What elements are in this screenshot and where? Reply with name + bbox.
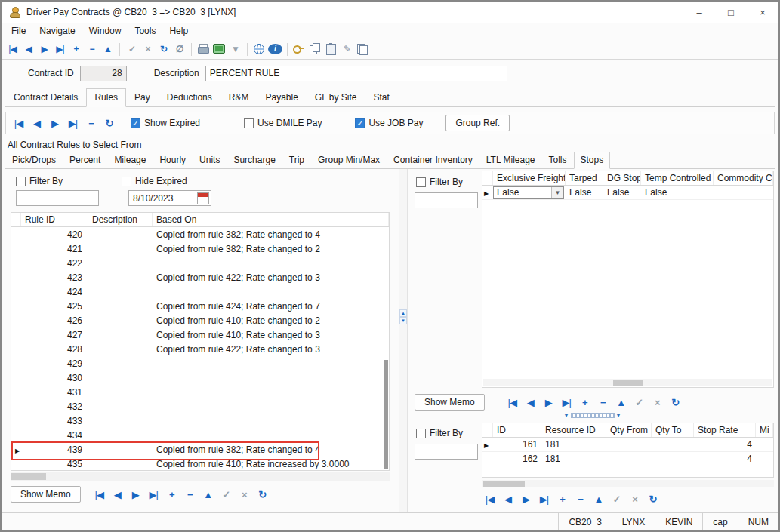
- tab-r-m[interactable]: R&M: [220, 88, 257, 106]
- use-dmile-pay-checkbox[interactable]: Use DMILE Pay: [244, 118, 322, 128]
- rule-tab-container-inventory[interactable]: Container Inventory: [387, 152, 479, 168]
- rule-tab-percent[interactable]: Percent: [63, 152, 107, 168]
- rule-tab-ltl-mileage[interactable]: LTL Mileage: [479, 152, 542, 168]
- nav-add-icon[interactable]: +: [164, 487, 180, 502]
- rule-row[interactable]: ▶439Copied from rule 382; Rate changed t…: [11, 442, 389, 457]
- horizontal-splitter[interactable]: ▼ ▼: [410, 411, 775, 420]
- nav-ok-icon[interactable]: ✓: [631, 395, 647, 410]
- nav-remove-icon[interactable]: −: [85, 42, 99, 57]
- nav-prev-icon[interactable]: ◀: [523, 395, 538, 410]
- close-button-icon[interactable]: ×: [747, 2, 778, 23]
- rule-tab-group-min-max[interactable]: Group Min/Max: [311, 152, 387, 168]
- nav-ok-icon[interactable]: ✓: [218, 487, 234, 502]
- stop-attribute-row[interactable]: ▶False▼FalseFalseFalse: [482, 186, 773, 200]
- nav-up-icon[interactable]: ▲: [590, 491, 606, 506]
- nav-refresh-icon[interactable]: ↻: [667, 395, 683, 410]
- nav-cancel-icon[interactable]: ×: [236, 487, 252, 502]
- rule-tab-trip[interactable]: Trip: [282, 152, 311, 168]
- rule-row[interactable]: 426Copied from rule 410; Rate changed to…: [11, 313, 389, 328]
- column-header-qty-from[interactable]: Qty From: [606, 423, 652, 437]
- column-header-mi[interactable]: Mi: [756, 423, 773, 437]
- nav-prev-icon[interactable]: ◀: [500, 491, 516, 506]
- nav-next-icon[interactable]: ▶: [518, 491, 534, 506]
- column-header-tarped[interactable]: Tarped: [566, 171, 603, 185]
- column-header-qty-to[interactable]: Qty To: [652, 423, 694, 437]
- nav-add-icon[interactable]: +: [69, 42, 83, 57]
- hscroll-thumb[interactable]: [613, 380, 643, 386]
- column-header-dg-stop[interactable]: DG Stop: [603, 171, 641, 185]
- monitor-icon[interactable]: [212, 42, 227, 57]
- splitter-down-icon[interactable]: ▼: [399, 317, 407, 324]
- rule-tab-pick-drops[interactable]: Pick/Drops: [5, 152, 63, 168]
- nav-ok-icon[interactable]: ✓: [609, 491, 624, 506]
- left-filter-by-checkbox[interactable]: Filter By: [16, 176, 63, 186]
- rule-row[interactable]: 423Copied from rule 422; Rate changed to…: [11, 270, 389, 284]
- column-header-resource-id[interactable]: Resource ID: [541, 423, 606, 437]
- vertical-splitter[interactable]: ▲ ▼: [399, 169, 408, 512]
- column-header-id[interactable]: ID: [493, 423, 541, 437]
- tab-stat[interactable]: Stat: [365, 88, 397, 106]
- calendar-icon[interactable]: [197, 192, 209, 204]
- nav-cancel-icon[interactable]: ×: [140, 42, 155, 57]
- menu-file[interactable]: File: [5, 24, 32, 38]
- nav-next-icon[interactable]: ▶: [541, 395, 556, 410]
- menu-help[interactable]: Help: [162, 24, 195, 38]
- nav-first-icon[interactable]: |◀: [5, 42, 20, 57]
- pages-icon[interactable]: [356, 42, 370, 57]
- nav-first-icon[interactable]: |◀: [482, 491, 498, 506]
- right-bottom-filter-input[interactable]: [415, 444, 478, 460]
- nav-remove-icon[interactable]: −: [572, 491, 588, 506]
- nav-refresh-icon[interactable]: ↻: [645, 491, 661, 506]
- column-header-exclusive-freight[interactable]: Exclusive Freight: [493, 171, 566, 185]
- nav-refresh-icon[interactable]: ↻: [156, 42, 171, 57]
- tab-pay[interactable]: Pay: [126, 88, 159, 106]
- column-header-stop-rate[interactable]: Stop Rate: [694, 423, 756, 437]
- chevron-down-icon[interactable]: ▼: [551, 187, 563, 198]
- description-field[interactable]: PERCENT RULE: [205, 66, 507, 81]
- nav-last-icon[interactable]: ▶|: [65, 115, 81, 131]
- column-header-temp-controlled[interactable]: Temp Controlled: [641, 171, 714, 185]
- rule-row[interactable]: 425Copied from rule 424; Rate changed to…: [11, 299, 389, 313]
- minimize-button-icon[interactable]: –: [683, 2, 715, 23]
- stop-attributes-hscrollbar[interactable]: [483, 379, 772, 386]
- stop-rate-row[interactable]: ▶1611814: [482, 438, 773, 452]
- vertical-splitter-grip[interactable]: ▲ ▼: [399, 309, 407, 324]
- nav-edit-icon[interactable]: ✎: [340, 42, 354, 57]
- nav-cancel-icon[interactable]: ×: [649, 395, 665, 410]
- nav-first-icon[interactable]: |◀: [91, 487, 107, 502]
- globe-icon[interactable]: [252, 42, 267, 57]
- stop-rate-row[interactable]: 1621814: [482, 452, 773, 466]
- hscroll-thumb[interactable]: [11, 473, 46, 480]
- nav-first-icon[interactable]: |◀: [504, 395, 520, 410]
- rule-row[interactable]: 428Copied from rule 422; Rate changed to…: [11, 342, 389, 356]
- menu-tools[interactable]: Tools: [128, 24, 162, 38]
- nav-add-icon[interactable]: +: [554, 491, 570, 506]
- rule-row[interactable]: 431: [11, 385, 389, 399]
- rule-row[interactable]: 429: [11, 356, 389, 371]
- nav-prev-icon[interactable]: ◀: [29, 115, 45, 131]
- rule-row[interactable]: 430: [11, 371, 389, 385]
- nav-last-icon[interactable]: ▶|: [146, 487, 162, 502]
- rule-row[interactable]: 427Copied from rule 410; Rate changed to…: [11, 328, 389, 342]
- rule-row[interactable]: 432: [11, 399, 389, 414]
- nav-ok-icon[interactable]: ✓: [125, 42, 139, 57]
- nav-add-icon[interactable]: +: [577, 395, 593, 410]
- left-filter-input[interactable]: [16, 190, 99, 206]
- copy-icon[interactable]: [308, 42, 322, 57]
- nav-dropdown-icon[interactable]: ▼: [228, 42, 242, 57]
- hscroll-thumb[interactable]: [483, 481, 525, 487]
- column-header-commodity-clas[interactable]: Commodity Clas: [714, 171, 773, 185]
- rule-row[interactable]: 421Copied from rule 382; Rate changed to…: [11, 241, 389, 256]
- right-bottom-filter-by-checkbox[interactable]: Filter By: [416, 428, 463, 438]
- nav-eyeoff-icon[interactable]: ∅: [172, 42, 187, 57]
- maximize-button-icon[interactable]: □: [715, 2, 747, 23]
- tab-rules[interactable]: Rules: [86, 88, 126, 107]
- tab-payable[interactable]: Payable: [257, 88, 306, 106]
- rules-grid-vscrollbar[interactable]: [384, 360, 388, 469]
- splitter-collapse-icon[interactable]: ▼: [563, 413, 571, 418]
- horizontal-splitter-grip[interactable]: ▼ ▼: [563, 412, 623, 420]
- rules-grid-hscrollbar[interactable]: [11, 472, 390, 481]
- nav-prev-icon[interactable]: ◀: [109, 487, 125, 502]
- right-show-memo-button[interactable]: Show Memo: [415, 394, 485, 411]
- rule-row[interactable]: 434: [11, 428, 389, 442]
